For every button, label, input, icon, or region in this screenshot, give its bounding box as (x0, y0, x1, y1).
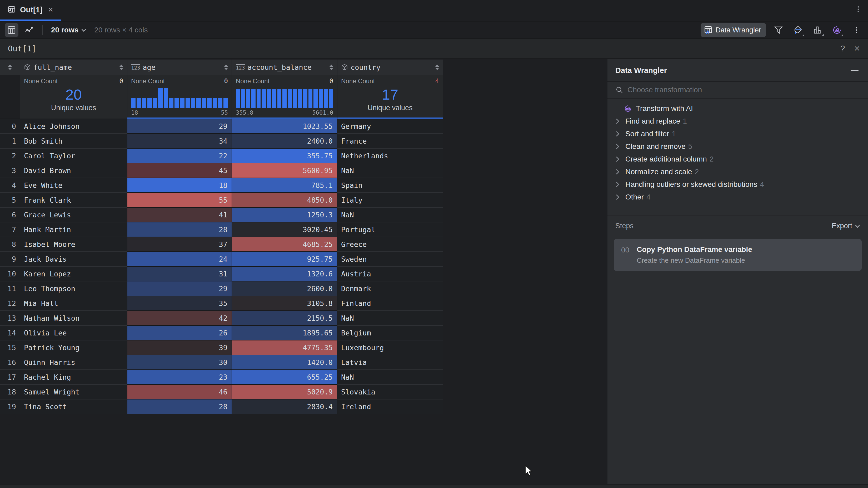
cell-full-name[interactable]: Mia Hall (20, 296, 127, 310)
cell-age[interactable]: 29 (127, 119, 231, 133)
cell-full-name[interactable]: Karen Lopez (20, 267, 127, 281)
cell-account-balance[interactable]: 2600.0 (232, 281, 337, 296)
tab-close-icon[interactable]: ✕ (48, 6, 54, 13)
cell-age[interactable]: 39 (127, 340, 231, 355)
transformation-group[interactable]: Handling outliers or skewed distribution… (608, 178, 868, 191)
cell-country[interactable]: Italy (337, 193, 443, 207)
cell-age[interactable]: 37 (127, 237, 231, 251)
row-index[interactable]: 10 (0, 267, 20, 281)
transformation-group[interactable]: Other 4 (608, 191, 868, 203)
cell-account-balance[interactable]: 655.25 (232, 370, 337, 384)
row-index[interactable]: 18 (0, 385, 20, 399)
cell-age[interactable]: 28 (127, 399, 231, 414)
row-index[interactable]: 5 (0, 193, 20, 207)
cell-account-balance[interactable]: 355.75 (232, 149, 337, 163)
tab-out1[interactable]: Out[1] ✕ (0, 0, 61, 21)
cell-age[interactable]: 46 (127, 385, 231, 399)
cell-country[interactable]: Spain (337, 178, 443, 192)
row-index[interactable]: 17 (0, 370, 20, 384)
cell-full-name[interactable]: Rachel King (20, 370, 127, 384)
cell-full-name[interactable]: Quinn Harris (20, 355, 127, 369)
toolbar-kebab-icon[interactable] (849, 23, 863, 37)
cell-account-balance[interactable]: 2400.0 (232, 134, 337, 148)
cell-country[interactable]: Ireland (337, 399, 443, 414)
cell-country[interactable]: Germany (337, 119, 443, 133)
cell-account-balance[interactable]: 785.1 (232, 178, 337, 192)
search-input[interactable] (627, 86, 860, 94)
row-index[interactable]: 9 (0, 252, 20, 266)
cell-full-name[interactable]: Carol Taylor (20, 149, 127, 163)
column-header-account-balance[interactable]: 123 account_balance (232, 60, 337, 75)
cell-country[interactable]: NaN (337, 370, 443, 384)
cell-country[interactable]: Belgium (337, 326, 443, 340)
cell-full-name[interactable]: Samuel Wright (20, 385, 127, 399)
row-index[interactable]: 2 (0, 149, 20, 163)
data-wrangler-button[interactable]: W Data Wrangler (701, 23, 766, 37)
cell-account-balance[interactable]: 4685.25 (232, 237, 337, 251)
cell-age[interactable]: 35 (127, 296, 231, 310)
cell-country[interactable]: Luxembourg (337, 340, 443, 355)
cell-account-balance[interactable]: 2150.5 (232, 311, 337, 325)
cell-age[interactable]: 28 (127, 222, 231, 237)
transformation-group[interactable]: Create additional column 2 (608, 153, 868, 166)
cell-age[interactable]: 24 (127, 252, 231, 266)
cell-country[interactable]: Austria (337, 267, 443, 281)
cell-full-name[interactable]: Frank Clark (20, 193, 127, 207)
cell-account-balance[interactable]: 1320.6 (232, 267, 337, 281)
cell-full-name[interactable]: Alice Johnson (20, 119, 127, 133)
cell-account-balance[interactable]: 1420.0 (232, 355, 337, 369)
row-index[interactable]: 7 (0, 222, 20, 237)
cell-full-name[interactable]: Eve White (20, 178, 127, 192)
cell-age[interactable]: 55 (127, 193, 231, 207)
cell-full-name[interactable]: Hank Martin (20, 222, 127, 237)
cell-account-balance[interactable]: 2830.4 (232, 399, 337, 414)
transformation-search[interactable] (608, 82, 868, 98)
transformation-group[interactable]: Find and replace 1 (608, 115, 868, 127)
cell-country[interactable]: Denmark (337, 281, 443, 296)
cell-account-balance[interactable]: 5600.95 (232, 163, 337, 178)
cell-account-balance[interactable]: 1895.65 (232, 326, 337, 340)
cell-country[interactable]: Netherlands (337, 149, 443, 163)
cell-full-name[interactable]: Jack Davis (20, 252, 127, 266)
row-index[interactable]: 4 (0, 178, 20, 192)
row-index[interactable]: 14 (0, 326, 20, 340)
sort-icon[interactable] (120, 64, 123, 70)
cell-full-name[interactable]: Patrick Young (20, 340, 127, 355)
row-index[interactable]: 12 (0, 296, 20, 310)
cell-age[interactable]: 26 (127, 326, 231, 340)
cell-age[interactable]: 30 (127, 355, 231, 369)
transformation-group[interactable]: Clean and remove 5 (608, 140, 868, 153)
cell-full-name[interactable]: Isabel Moore (20, 237, 127, 251)
tabbar-kebab-icon[interactable] (854, 5, 862, 13)
cell-country[interactable]: Slovakia (337, 385, 443, 399)
cell-age[interactable]: 41 (127, 208, 231, 222)
cell-account-balance[interactable]: 1023.55 (232, 119, 337, 133)
step-card[interactable]: 00 Copy Python DataFrame variable Create… (614, 239, 862, 271)
ai-assistant-button[interactable] (830, 23, 844, 37)
cell-account-balance[interactable]: 3105.8 (232, 296, 337, 310)
cell-account-balance[interactable]: 3020.45 (232, 222, 337, 237)
row-index[interactable]: 8 (0, 237, 20, 251)
cell-account-balance[interactable]: 1250.3 (232, 208, 337, 222)
cell-country[interactable]: NaN (337, 311, 443, 325)
view-table-button[interactable] (5, 23, 19, 37)
cell-full-name[interactable]: Bob Smith (20, 134, 127, 148)
row-index[interactable]: 0 (0, 119, 20, 133)
transformation-group[interactable]: Sort and filter 1 (608, 127, 868, 140)
cell-age[interactable]: 29 (127, 281, 231, 296)
sort-icon[interactable] (435, 64, 439, 70)
sort-icon[interactable] (330, 64, 333, 70)
row-index[interactable]: 15 (0, 340, 20, 355)
cell-country[interactable]: Greece (337, 237, 443, 251)
row-index[interactable]: 16 (0, 355, 20, 369)
cell-full-name[interactable]: Nathan Wilson (20, 311, 127, 325)
sort-icon[interactable] (224, 64, 228, 70)
output-close-icon[interactable]: ✕ (854, 44, 860, 53)
cell-account-balance[interactable]: 4775.35 (232, 340, 337, 355)
histogram-button[interactable] (811, 23, 824, 37)
cell-account-balance[interactable]: 925.75 (232, 252, 337, 266)
transformation-group[interactable]: Normalize and scale 2 (608, 166, 868, 178)
cell-country[interactable]: Sweden (337, 252, 443, 266)
column-header-full-name[interactable]: full_name (20, 60, 127, 75)
cell-account-balance[interactable]: 5020.9 (232, 385, 337, 399)
